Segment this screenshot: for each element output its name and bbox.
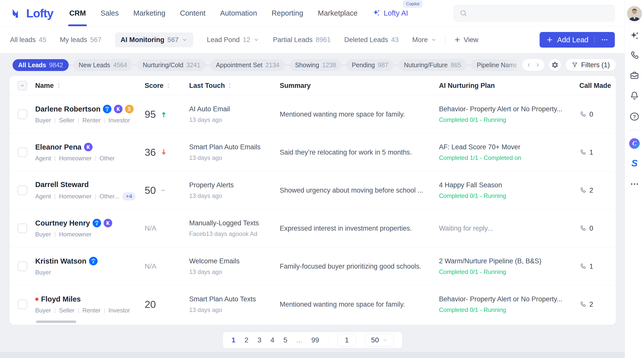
horizontal-scrollbar[interactable]: [36, 320, 76, 323]
chevron-left-icon[interactable]: [526, 62, 531, 67]
more-options-icon[interactable]: [601, 36, 608, 44]
nav-item-reporting[interactable]: Reporting: [272, 0, 303, 26]
lead-name[interactable]: Darlene Robertson: [35, 105, 100, 113]
stage-connector: [467, 65, 471, 65]
pagination: 12345...99150: [223, 332, 403, 348]
nav-item-sales[interactable]: Sales: [100, 0, 119, 26]
nav-item-crm[interactable]: CRM: [69, 0, 86, 26]
lead-views-bar: All leads45My leads567AI Monitoring567Le…: [0, 26, 625, 53]
lead-tag: Buyer: [35, 269, 51, 276]
sync-s-badge[interactable]: S: [628, 157, 640, 169]
lead-name[interactable]: Floyd Miles: [41, 295, 81, 303]
tags-overflow-badge[interactable]: +4: [123, 192, 135, 200]
page-size-select[interactable]: 50: [365, 334, 394, 346]
nav-item-marketplace[interactable]: Marketplace: [318, 0, 357, 26]
lead-row[interactable]: Courtney HenryZBuyer|HomeownerN/AManuall…: [10, 209, 616, 247]
stage-pill-new-leads[interactable]: New Leads4564: [73, 59, 133, 71]
stage-pill-nuturing-future[interactable]: Nuturing/Future865: [398, 59, 467, 71]
lead-name-cell: Darlene RobertsonZBuyer|Seller|Renter|In…: [35, 105, 145, 124]
lead-row[interactable]: Eleanor PenaAgent|Homeowner|Other36Smart…: [10, 133, 616, 171]
sort-icon[interactable]: [167, 82, 170, 89]
lead-tag: Seller: [59, 307, 74, 314]
stage-pill-pipeline-name[interactable]: Pipeline Name: [471, 59, 517, 71]
stage-pill-nurturing-cold[interactable]: Nurturing/Cold3241: [137, 59, 206, 71]
page-number-5[interactable]: 5: [284, 336, 288, 344]
help-icon[interactable]: ?: [629, 111, 640, 122]
sort-icon[interactable]: [228, 82, 232, 89]
lead-view-deleted-leads[interactable]: Deleted Leads43: [344, 32, 399, 47]
lead-view-ai-monitoring[interactable]: AI Monitoring567: [115, 32, 193, 47]
lead-row[interactable]: Floyd MilesBuyer|Seller|Renter|Investor2…: [10, 285, 616, 323]
leads-table-card: NameScoreLast TouchSummaryAI Nurturing P…: [10, 76, 616, 325]
stage-pill-appointment-set[interactable]: Appointment Set2134: [210, 59, 285, 71]
global-search-input[interactable]: [454, 5, 615, 21]
lofty-logo[interactable]: Lofty: [10, 6, 53, 20]
page-number-4[interactable]: 4: [270, 336, 274, 344]
add-view-button[interactable]: View: [454, 36, 478, 44]
lead-tag: Renter: [83, 307, 101, 314]
phone-icon[interactable]: [629, 50, 639, 60]
row-checkbox[interactable]: [18, 148, 27, 157]
lead-view-partial-leads[interactable]: Partial Leads8961: [273, 32, 331, 47]
stage-pill-all-leads[interactable]: All Leads9842: [13, 59, 69, 71]
more-options-icon[interactable]: [630, 179, 639, 189]
zillow-badge-icon: Z: [103, 105, 111, 113]
chevron-right-icon[interactable]: [535, 62, 540, 67]
nav-item-marketing[interactable]: Marketing: [133, 0, 165, 26]
tag-separator: |: [104, 117, 105, 124]
tag-separator: |: [54, 155, 56, 162]
stage-scroll-pager[interactable]: [522, 59, 544, 71]
page-jump-input[interactable]: 1: [338, 334, 356, 346]
table-settings-button[interactable]: [549, 59, 561, 71]
call-count: 1: [589, 149, 593, 156]
inbox-icon[interactable]: [629, 70, 639, 81]
stage-pill-pending[interactable]: Pending987: [346, 59, 394, 71]
lead-view-lead-pond[interactable]: Lead Pond12: [207, 32, 259, 47]
tag-separator: |: [95, 155, 96, 162]
page-number-3[interactable]: 3: [257, 336, 261, 344]
row-checkbox[interactable]: [18, 186, 27, 195]
row-checkbox[interactable]: [18, 300, 27, 309]
nav-lofty-ai[interactable]: Lofty AI Copilot: [372, 9, 408, 17]
select-all-checkbox[interactable]: [18, 81, 27, 90]
lead-view-label: Partial Leads: [273, 36, 313, 44]
stage-pill-showing[interactable]: Showing1238: [290, 59, 342, 71]
row-checkbox[interactable]: [18, 110, 27, 119]
lofty-crm-app: Lofty CRMSalesMarketingContentAutomation…: [0, 0, 644, 358]
phone-icon: [579, 111, 586, 118]
lead-row[interactable]: Darrell StewardAgent|Homeowner|Other...+…: [10, 171, 616, 209]
column-header-call-made: Call Made: [579, 82, 616, 90]
page-number-99[interactable]: 99: [311, 336, 319, 344]
stage-label: Nuturing/Future: [404, 61, 448, 69]
stage-connector: [206, 65, 210, 65]
nav-item-automation[interactable]: Automation: [220, 0, 257, 26]
user-avatar[interactable]: [627, 6, 642, 21]
lead-row[interactable]: Kristin WatsonZBuyerN/AWelcome Emails13 …: [10, 247, 616, 285]
stage-label: Showing: [295, 61, 319, 69]
nav-item-content[interactable]: Content: [180, 0, 206, 26]
lead-name[interactable]: Darrell Steward: [35, 181, 89, 189]
lead-name[interactable]: Kristin Watson: [35, 257, 87, 265]
page-number-2[interactable]: 2: [245, 336, 249, 344]
ai-sparkles-icon[interactable]: [629, 31, 640, 41]
row-checkbox[interactable]: [18, 224, 27, 233]
add-lead-button[interactable]: Add Lead: [540, 32, 615, 48]
phone-icon: [579, 225, 586, 232]
filters-button[interactable]: Filters (1): [566, 59, 616, 71]
lead-row[interactable]: Darlene RobertsonZBuyer|Seller|Renter|In…: [10, 95, 616, 133]
lead-view-more[interactable]: More: [412, 32, 437, 47]
lead-name[interactable]: Courtney Henry: [35, 219, 90, 227]
page-number-1[interactable]: 1: [231, 336, 235, 344]
sort-icon[interactable]: [57, 82, 61, 89]
lead-name[interactable]: Eleanor Pena: [35, 143, 82, 151]
svg-text:C: C: [632, 140, 637, 147]
lead-view-all-leads[interactable]: All leads45: [10, 32, 46, 47]
bell-icon[interactable]: [629, 91, 639, 101]
call-made-cell: 0: [579, 111, 616, 118]
copilot-c-badge[interactable]: C: [628, 137, 640, 150]
row-checkbox[interactable]: [18, 262, 27, 271]
lead-view-my-leads[interactable]: My leads567: [60, 32, 101, 47]
svg-text:Z: Z: [92, 260, 94, 264]
table-body: Darlene RobertsonZBuyer|Seller|Renter|In…: [10, 95, 616, 323]
gear-icon: [551, 61, 559, 69]
